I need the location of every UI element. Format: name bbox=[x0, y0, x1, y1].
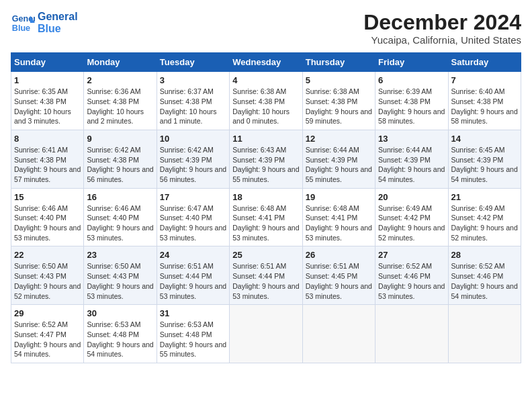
day-number: 5 bbox=[306, 75, 372, 85]
day-detail: Sunrise: 6:42 AMSunset: 4:39 PMDaylight:… bbox=[160, 145, 226, 185]
day-detail: Sunrise: 6:38 AMSunset: 4:38 PMDaylight:… bbox=[306, 87, 372, 126]
calendar-cell: 30Sunrise: 6:53 AMSunset: 4:48 PMDayligh… bbox=[84, 305, 157, 363]
header-wednesday: Wednesday bbox=[230, 53, 302, 72]
calendar-cell: 17Sunrise: 6:47 AMSunset: 4:40 PMDayligh… bbox=[157, 188, 229, 246]
day-number: 27 bbox=[378, 250, 445, 260]
calendar-cell: 22Sunrise: 6:50 AMSunset: 4:43 PMDayligh… bbox=[11, 246, 84, 305]
page-header: General Blue General Blue December 2024 … bbox=[11, 11, 521, 46]
calendar-cell: 27Sunrise: 6:52 AMSunset: 4:46 PMDayligh… bbox=[375, 246, 448, 305]
day-detail: Sunrise: 6:50 AMSunset: 4:43 PMDaylight:… bbox=[87, 261, 153, 301]
day-number: 10 bbox=[160, 134, 226, 144]
calendar-cell: 23Sunrise: 6:50 AMSunset: 4:43 PMDayligh… bbox=[84, 246, 157, 305]
day-detail: Sunrise: 6:52 AMSunset: 4:46 PMDaylight:… bbox=[451, 261, 518, 301]
calendar-cell: 14Sunrise: 6:45 AMSunset: 4:39 PMDayligh… bbox=[448, 130, 521, 188]
day-detail: Sunrise: 6:51 AMSunset: 4:44 PMDaylight:… bbox=[232, 261, 299, 301]
day-number: 31 bbox=[160, 308, 226, 318]
calendar-cell: 28Sunrise: 6:52 AMSunset: 4:46 PMDayligh… bbox=[448, 246, 521, 305]
day-number: 15 bbox=[14, 192, 81, 202]
calendar-cell bbox=[302, 305, 375, 363]
calendar-cell: 29Sunrise: 6:52 AMSunset: 4:47 PMDayligh… bbox=[11, 305, 84, 363]
calendar-cell bbox=[448, 305, 521, 363]
day-number: 16 bbox=[87, 192, 153, 202]
calendar-cell: 7Sunrise: 6:40 AMSunset: 4:38 PMDaylight… bbox=[448, 72, 521, 130]
calendar-cell: 11Sunrise: 6:43 AMSunset: 4:39 PMDayligh… bbox=[230, 130, 302, 188]
calendar-cell: 6Sunrise: 6:39 AMSunset: 4:38 PMDaylight… bbox=[375, 72, 448, 130]
day-detail: Sunrise: 6:52 AMSunset: 4:47 PMDaylight:… bbox=[14, 320, 81, 359]
calendar-cell: 24Sunrise: 6:51 AMSunset: 4:44 PMDayligh… bbox=[157, 246, 229, 305]
calendar-cell: 26Sunrise: 6:51 AMSunset: 4:45 PMDayligh… bbox=[302, 246, 375, 305]
day-detail: Sunrise: 6:53 AMSunset: 4:48 PMDaylight:… bbox=[87, 320, 153, 359]
day-detail: Sunrise: 6:46 AMSunset: 4:40 PMDaylight:… bbox=[14, 203, 81, 243]
day-number: 2 bbox=[87, 75, 153, 85]
logo-text-line2: Blue bbox=[38, 23, 78, 35]
calendar-cell: 19Sunrise: 6:48 AMSunset: 4:41 PMDayligh… bbox=[302, 188, 375, 246]
day-number: 9 bbox=[87, 134, 153, 144]
day-detail: Sunrise: 6:44 AMSunset: 4:39 PMDaylight:… bbox=[378, 145, 445, 185]
calendar-cell: 1Sunrise: 6:35 AMSunset: 4:38 PMDaylight… bbox=[11, 72, 84, 130]
day-number: 7 bbox=[451, 75, 518, 85]
day-detail: Sunrise: 6:36 AMSunset: 4:38 PMDaylight:… bbox=[87, 87, 153, 126]
header-tuesday: Tuesday bbox=[157, 53, 229, 72]
day-detail: Sunrise: 6:52 AMSunset: 4:46 PMDaylight:… bbox=[378, 261, 445, 301]
calendar-cell: 2Sunrise: 6:36 AMSunset: 4:38 PMDaylight… bbox=[84, 72, 157, 130]
svg-text:Blue: Blue bbox=[12, 24, 30, 33]
calendar-header-row: SundayMondayTuesdayWednesdayThursdayFrid… bbox=[11, 53, 521, 72]
day-detail: Sunrise: 6:42 AMSunset: 4:38 PMDaylight:… bbox=[87, 145, 153, 185]
calendar-cell: 13Sunrise: 6:44 AMSunset: 4:39 PMDayligh… bbox=[375, 130, 448, 188]
location: Yucaipa, California, United States bbox=[363, 34, 521, 46]
month-title: December 2024 bbox=[363, 11, 521, 34]
day-detail: Sunrise: 6:49 AMSunset: 4:42 PMDaylight:… bbox=[451, 203, 518, 243]
day-number: 29 bbox=[14, 308, 81, 318]
header-friday: Friday bbox=[375, 53, 448, 72]
calendar-cell: 8Sunrise: 6:41 AMSunset: 4:38 PMDaylight… bbox=[11, 130, 84, 188]
day-detail: Sunrise: 6:41 AMSunset: 4:38 PMDaylight:… bbox=[14, 145, 81, 185]
day-number: 17 bbox=[160, 192, 226, 202]
day-detail: Sunrise: 6:39 AMSunset: 4:38 PMDaylight:… bbox=[378, 87, 445, 126]
day-number: 24 bbox=[160, 250, 226, 260]
calendar-cell: 31Sunrise: 6:53 AMSunset: 4:48 PMDayligh… bbox=[157, 305, 229, 363]
day-detail: Sunrise: 6:38 AMSunset: 4:38 PMDaylight:… bbox=[232, 87, 299, 126]
day-number: 6 bbox=[378, 75, 445, 85]
calendar-cell: 3Sunrise: 6:37 AMSunset: 4:38 PMDaylight… bbox=[157, 72, 229, 130]
header-saturday: Saturday bbox=[448, 53, 521, 72]
day-number: 28 bbox=[451, 250, 518, 260]
day-number: 1 bbox=[14, 75, 81, 85]
logo: General Blue General Blue bbox=[11, 11, 78, 35]
title-block: December 2024 Yucaipa, California, Unite… bbox=[363, 11, 521, 46]
day-number: 8 bbox=[14, 134, 81, 144]
day-number: 14 bbox=[451, 134, 518, 144]
day-detail: Sunrise: 6:48 AMSunset: 4:41 PMDaylight:… bbox=[232, 203, 299, 243]
calendar-cell: 15Sunrise: 6:46 AMSunset: 4:40 PMDayligh… bbox=[11, 188, 84, 246]
calendar-cell: 21Sunrise: 6:49 AMSunset: 4:42 PMDayligh… bbox=[448, 188, 521, 246]
day-detail: Sunrise: 6:47 AMSunset: 4:40 PMDaylight:… bbox=[160, 203, 226, 243]
day-number: 4 bbox=[232, 75, 299, 85]
day-detail: Sunrise: 6:37 AMSunset: 4:38 PMDaylight:… bbox=[160, 87, 226, 126]
calendar-week-row: 15Sunrise: 6:46 AMSunset: 4:40 PMDayligh… bbox=[11, 188, 521, 246]
calendar-week-row: 8Sunrise: 6:41 AMSunset: 4:38 PMDaylight… bbox=[11, 130, 521, 188]
day-number: 25 bbox=[232, 250, 299, 260]
calendar-cell: 16Sunrise: 6:46 AMSunset: 4:40 PMDayligh… bbox=[84, 188, 157, 246]
day-detail: Sunrise: 6:49 AMSunset: 4:42 PMDaylight:… bbox=[378, 203, 445, 243]
header-thursday: Thursday bbox=[302, 53, 375, 72]
day-number: 21 bbox=[451, 192, 518, 202]
calendar-cell bbox=[230, 305, 302, 363]
day-number: 19 bbox=[306, 192, 372, 202]
day-number: 11 bbox=[232, 134, 299, 144]
day-number: 12 bbox=[306, 134, 372, 144]
day-number: 23 bbox=[87, 250, 153, 260]
calendar-table: SundayMondayTuesdayWednesdayThursdayFrid… bbox=[11, 52, 521, 363]
day-detail: Sunrise: 6:50 AMSunset: 4:43 PMDaylight:… bbox=[14, 261, 81, 301]
calendar-cell: 9Sunrise: 6:42 AMSunset: 4:38 PMDaylight… bbox=[84, 130, 157, 188]
logo-text-line1: General bbox=[38, 11, 78, 23]
calendar-cell: 5Sunrise: 6:38 AMSunset: 4:38 PMDaylight… bbox=[302, 72, 375, 130]
calendar-week-row: 1Sunrise: 6:35 AMSunset: 4:38 PMDaylight… bbox=[11, 72, 521, 130]
day-detail: Sunrise: 6:46 AMSunset: 4:40 PMDaylight:… bbox=[87, 203, 153, 243]
day-detail: Sunrise: 6:35 AMSunset: 4:38 PMDaylight:… bbox=[14, 87, 81, 126]
logo-icon: General Blue bbox=[11, 11, 35, 35]
day-number: 20 bbox=[378, 192, 445, 202]
day-number: 18 bbox=[232, 192, 299, 202]
day-number: 30 bbox=[87, 308, 153, 318]
calendar-cell bbox=[375, 305, 448, 363]
day-number: 22 bbox=[14, 250, 81, 260]
calendar-cell: 4Sunrise: 6:38 AMSunset: 4:38 PMDaylight… bbox=[230, 72, 302, 130]
